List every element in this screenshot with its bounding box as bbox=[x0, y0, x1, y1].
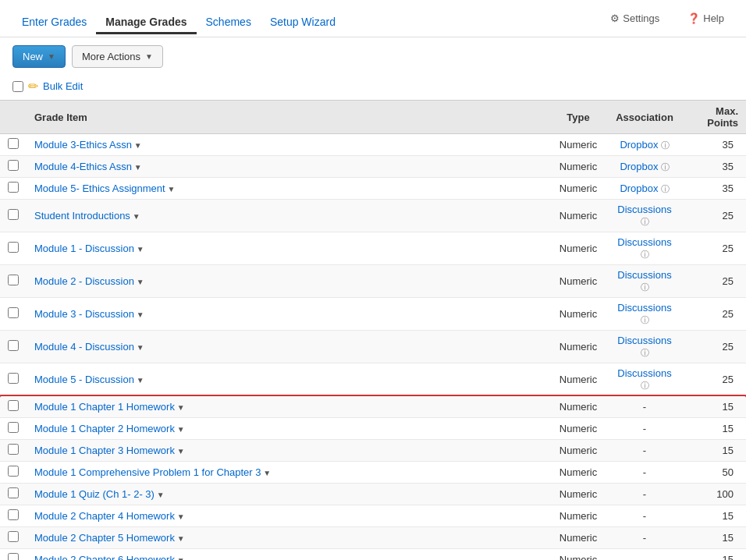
info-icon: ⓘ bbox=[641, 217, 649, 226]
item-dropdown-icon[interactable]: ▼ bbox=[134, 310, 144, 319]
row-checkbox[interactable] bbox=[8, 466, 19, 477]
top-navigation: Enter Grades Manage Grades Schemes Setup… bbox=[0, 0, 746, 37]
tab-enter-grades[interactable]: Enter Grades bbox=[12, 9, 96, 34]
grade-item-link[interactable]: Module 3 - Discussion bbox=[34, 308, 134, 320]
new-button[interactable]: New ▼ bbox=[12, 45, 66, 68]
association-link[interactable]: Dropbox bbox=[620, 161, 658, 172]
association-link[interactable]: Discussions bbox=[617, 204, 671, 215]
association-link[interactable]: Discussions bbox=[617, 269, 671, 281]
row-checkbox[interactable] bbox=[8, 531, 19, 542]
grade-item-link[interactable]: Student Introductions bbox=[34, 210, 130, 222]
row-checkbox[interactable] bbox=[8, 553, 19, 560]
table-row: Module 3-Ethics Assn ▼NumericDropbox ⓘ35 bbox=[0, 134, 746, 156]
grade-item-link[interactable]: Module 1 Quiz (Ch 1- 2- 3) bbox=[34, 488, 155, 500]
grade-item-link[interactable]: Module 1 Chapter 3 Homework bbox=[34, 445, 175, 456]
table-row: Module 2 Chapter 4 Homework ▼Numeric-15 bbox=[0, 505, 746, 527]
max-points: 15 bbox=[684, 418, 746, 440]
row-checkbox[interactable] bbox=[8, 242, 19, 253]
item-dropdown-icon[interactable]: ▼ bbox=[165, 185, 176, 193]
association-link[interactable]: Discussions bbox=[617, 335, 671, 346]
association-link[interactable]: Discussions bbox=[617, 302, 671, 314]
grade-type: Numeric bbox=[551, 396, 606, 418]
grade-item-link[interactable]: Module 3-Ethics Assn bbox=[34, 139, 132, 151]
item-dropdown-icon[interactable]: ▼ bbox=[261, 469, 271, 477]
row-checkbox[interactable] bbox=[8, 422, 19, 433]
grade-item-link[interactable]: Module 4 - Discussion bbox=[34, 341, 134, 353]
row-checkbox[interactable] bbox=[8, 509, 19, 520]
max-points: 15 bbox=[684, 505, 746, 527]
max-points: 25 bbox=[684, 298, 746, 331]
table-row: Module 1 Chapter 1 Homework ▼Numeric-15 bbox=[0, 396, 746, 418]
tab-setup-wizard[interactable]: Setup Wizard bbox=[261, 9, 345, 34]
info-icon: ⓘ bbox=[641, 250, 649, 259]
select-all-checkbox[interactable] bbox=[12, 81, 23, 92]
item-dropdown-icon[interactable]: ▼ bbox=[175, 556, 185, 560]
row-checkbox[interactable] bbox=[8, 487, 19, 498]
max-points: 35 bbox=[684, 156, 746, 178]
grade-item-link[interactable]: Module 2 Chapter 6 Homework bbox=[34, 554, 175, 560]
item-dropdown-icon[interactable]: ▼ bbox=[155, 491, 165, 499]
grades-table: Grade Item Type Association Max. Points … bbox=[0, 100, 746, 560]
row-checkbox[interactable] bbox=[8, 307, 19, 318]
row-checkbox[interactable] bbox=[8, 444, 19, 455]
association-link[interactable]: Discussions bbox=[617, 236, 671, 248]
table-row: Module 1 Comprehensive Problem 1 for Cha… bbox=[0, 462, 746, 484]
item-dropdown-icon[interactable]: ▼ bbox=[175, 512, 185, 521]
max-points: 15 bbox=[684, 549, 746, 561]
row-checkbox[interactable] bbox=[8, 160, 19, 171]
help-link[interactable]: ❓ Help bbox=[678, 6, 734, 30]
item-dropdown-icon[interactable]: ▼ bbox=[134, 278, 144, 286]
grade-item-link[interactable]: Module 2 Chapter 4 Homework bbox=[34, 510, 175, 522]
dropdown-arrow-icon: ▼ bbox=[48, 52, 55, 61]
grade-type: Numeric bbox=[551, 265, 606, 298]
row-checkbox[interactable] bbox=[8, 209, 19, 220]
item-dropdown-icon[interactable]: ▼ bbox=[134, 245, 144, 253]
bulk-edit-link[interactable]: Bulk Edit bbox=[43, 80, 83, 92]
item-dropdown-icon[interactable]: ▼ bbox=[175, 447, 185, 455]
item-dropdown-icon[interactable]: ▼ bbox=[175, 534, 185, 543]
more-actions-button[interactable]: More Actions ▼ bbox=[72, 45, 163, 68]
item-dropdown-icon[interactable]: ▼ bbox=[130, 212, 140, 221]
association-none: - bbox=[606, 484, 684, 505]
grade-item-link[interactable]: Module 5 - Discussion bbox=[34, 374, 134, 385]
max-points: 25 bbox=[684, 232, 746, 265]
grade-item-link[interactable]: Module 5- Ethics Assignment bbox=[34, 183, 165, 194]
association-link[interactable]: Discussions bbox=[617, 367, 671, 379]
item-dropdown-icon[interactable]: ▼ bbox=[132, 141, 142, 150]
row-checkbox[interactable] bbox=[8, 340, 19, 351]
association-link[interactable]: Dropbox bbox=[620, 183, 658, 194]
association-link[interactable]: Dropbox bbox=[620, 139, 658, 151]
item-dropdown-icon[interactable]: ▼ bbox=[175, 403, 185, 412]
tab-schemes[interactable]: Schemes bbox=[197, 9, 261, 34]
grade-type: Numeric bbox=[551, 200, 606, 232]
grade-type: Numeric bbox=[551, 462, 606, 484]
max-points: 35 bbox=[684, 178, 746, 200]
grade-item-link[interactable]: Module 1 Chapter 2 Homework bbox=[34, 423, 175, 434]
grade-type: Numeric bbox=[551, 178, 606, 200]
col-header-type: Type bbox=[551, 101, 606, 134]
tab-manage-grades[interactable]: Manage Grades bbox=[96, 9, 196, 34]
row-checkbox[interactable] bbox=[8, 182, 19, 193]
max-points: 25 bbox=[684, 200, 746, 232]
settings-link[interactable]: ⚙ Settings bbox=[601, 6, 669, 30]
grade-type: Numeric bbox=[551, 363, 606, 396]
row-checkbox[interactable] bbox=[8, 373, 19, 384]
item-dropdown-icon[interactable]: ▼ bbox=[134, 343, 144, 352]
table-header-row: Grade Item Type Association Max. Points bbox=[0, 101, 746, 134]
item-dropdown-icon[interactable]: ▼ bbox=[134, 376, 144, 385]
table-row: Module 2 Chapter 6 Homework ▼Numeric-15 bbox=[0, 549, 746, 561]
grade-item-link[interactable]: Module 1 Chapter 1 Homework bbox=[34, 401, 175, 413]
grade-item-link[interactable]: Module 2 - Discussion bbox=[34, 275, 134, 287]
grade-item-link[interactable]: Module 2 Chapter 5 Homework bbox=[34, 532, 175, 544]
row-checkbox[interactable] bbox=[8, 275, 19, 285]
row-checkbox[interactable] bbox=[8, 400, 19, 411]
info-icon: ⓘ bbox=[659, 140, 670, 150]
row-checkbox[interactable] bbox=[8, 138, 19, 149]
grade-item-link[interactable]: Module 4-Ethics Assn bbox=[34, 161, 132, 172]
table-row: Module 2 - Discussion ▼NumericDiscussion… bbox=[0, 265, 746, 298]
grade-type: Numeric bbox=[551, 549, 606, 561]
grade-item-link[interactable]: Module 1 Comprehensive Problem 1 for Cha… bbox=[34, 466, 261, 478]
item-dropdown-icon[interactable]: ▼ bbox=[132, 163, 142, 172]
item-dropdown-icon[interactable]: ▼ bbox=[175, 425, 185, 434]
grade-item-link[interactable]: Module 1 - Discussion bbox=[34, 243, 134, 254]
